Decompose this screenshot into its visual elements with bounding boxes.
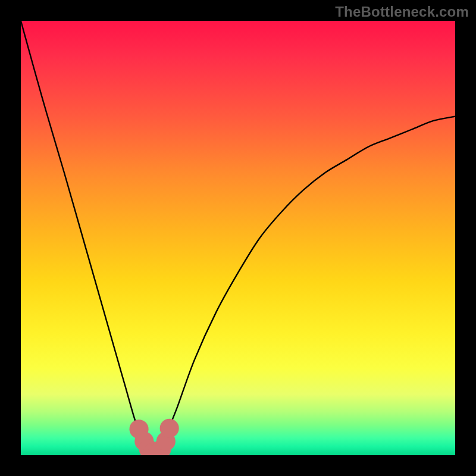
curve-markers: [130, 419, 179, 455]
chart-plot-area: [21, 21, 455, 455]
chart-frame: TheBottleneck.com: [0, 0, 476, 476]
curve-path: [21, 21, 455, 455]
bottleneck-curve: [21, 21, 455, 455]
watermark-text: TheBottleneck.com: [335, 4, 469, 20]
curve-marker: [160, 419, 179, 438]
